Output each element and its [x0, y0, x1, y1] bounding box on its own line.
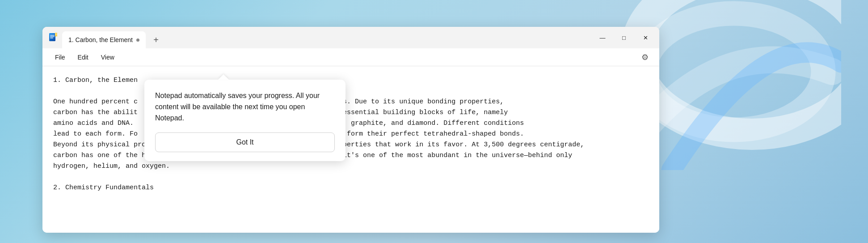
minimize-button[interactable]: — [592, 30, 613, 45]
svg-rect-5 [50, 36, 55, 37]
content-line-5: lead to each form. Fo eat and pressure t… [53, 129, 649, 140]
svg-rect-6 [50, 38, 53, 38]
content-line-0: 1. Carbon, the Elemen [53, 75, 649, 86]
svg-rect-8 [55, 36, 57, 36]
maximize-button[interactable]: □ [614, 30, 634, 45]
content-line-6: Beyond its physical properties, carbon a… [53, 140, 649, 150]
content-line-1 [53, 86, 649, 97]
new-tab-button[interactable]: + [147, 31, 164, 48]
content-line-3: carbon has the abilit hains comprise the… [53, 107, 649, 118]
svg-point-0 [636, 0, 841, 134]
svg-rect-3 [49, 33, 55, 41]
menu-file[interactable]: File [50, 51, 71, 64]
tab-label: 1. Carbon, the Element [68, 36, 133, 43]
tooltip-arrow [218, 74, 229, 80]
svg-rect-7 [55, 33, 57, 36]
tab-bar: 1. Carbon, the Element + [62, 27, 592, 48]
close-button[interactable]: ✕ [635, 30, 656, 45]
active-tab[interactable]: 1. Carbon, the Element [62, 31, 146, 48]
menu-view[interactable]: View [96, 51, 120, 64]
svg-rect-4 [50, 35, 55, 36]
title-bar: 1. Carbon, the Element + — □ ✕ [42, 27, 659, 48]
got-it-button[interactable]: Got It [155, 132, 335, 152]
menu-edit[interactable]: Edit [72, 51, 94, 64]
content-line-10: 2. Chemistry Fundamentals [53, 183, 649, 193]
tooltip-message: Notepad automatically saves your progres… [155, 90, 335, 124]
autosave-tooltip: Notepad automatically saves your progres… [144, 80, 346, 161]
settings-button[interactable]: ⚙ [638, 50, 652, 64]
menu-bar: File Edit View ⚙ [42, 48, 659, 66]
svg-point-1 [645, 13, 823, 130]
app-icon [48, 32, 59, 43]
unsaved-indicator [136, 38, 139, 42]
content-area[interactable]: 1. Carbon, the Elemen One hundred percen… [42, 66, 659, 233]
content-line-9 [53, 172, 649, 183]
notepad-window: 1. Carbon, the Element + — □ ✕ File Edit… [42, 27, 659, 233]
content-line-7: carbon has one of the highest melting po… [53, 150, 649, 161]
content-line-4: amino acids and DNA. rms, including coal… [53, 118, 649, 129]
content-line-2: One hundred percent c varied carbon chai… [53, 97, 649, 107]
menu-items: File Edit View [50, 51, 638, 64]
window-controls: — □ ✕ [592, 30, 659, 45]
content-line-8: hydrogen, helium, and oxygen. [53, 161, 649, 172]
